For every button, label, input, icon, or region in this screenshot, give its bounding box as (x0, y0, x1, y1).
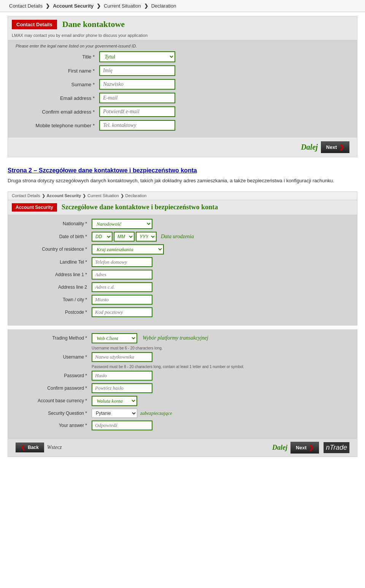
landline-label: Landline Tel * (16, 259, 92, 265)
currency-select[interactable]: Waluta konta (92, 396, 137, 406)
country-select[interactable]: Kraj zamieszkania (92, 244, 164, 254)
dob-dd-select[interactable]: DD (92, 232, 113, 242)
password-input[interactable] (92, 371, 152, 381)
country-row: Country of residence * Kraj zamieszkania (16, 244, 349, 254)
dob-inline-label: Data urodzenia (161, 234, 194, 240)
breadcrumb-arrow-2: ❯ (97, 3, 101, 9)
password-note: Password must be 8 - 20 characters long,… (16, 365, 349, 369)
title-label: Title * (16, 54, 99, 60)
town-row: Town / city * (16, 295, 349, 305)
sub-breadcrumb: Contact Details ❯ Account Security ❯ Cur… (8, 191, 357, 200)
address2-input[interactable] (92, 282, 152, 292)
firstname-label: First name * (16, 68, 99, 74)
section1-note: Please enter the legal name listed on yo… (16, 44, 349, 48)
currency-label: Account base currency * (16, 398, 92, 403)
logo: ​nTrade (324, 442, 349, 453)
section1-dalej: Dalej (301, 143, 317, 152)
security-question-label: Security Question * (16, 411, 92, 416)
breadcrumb-arrow-3: ❯ (144, 3, 148, 9)
confirm-password-input[interactable] (92, 383, 152, 393)
security-question-select[interactable]: Pytanie (92, 409, 137, 418)
title-select[interactable]: Tytuł Mr Mrs Ms (99, 51, 175, 62)
surname-input[interactable] (99, 79, 175, 90)
section2-account-security: Contact Details ❯ Account Security ❯ Cur… (8, 191, 357, 457)
username-row: Username * (16, 352, 349, 362)
section2-trading-form: Trading Method * Web Client Wybór platfo… (8, 329, 357, 439)
trading-method-label: Trading Method * (16, 335, 92, 341)
address1-input[interactable] (92, 270, 152, 280)
section1-subtitle: LMAX may contact you by email and/or pho… (8, 32, 357, 40)
sub-bc-contact[interactable]: Contact Details (12, 193, 40, 198)
breadcrumb-arrow-1: ❯ (46, 3, 50, 9)
confirm-email-row: Confirm email address * (16, 106, 349, 117)
sub-bc-account-security: Account Security (47, 193, 81, 198)
section1-contact-details: Contact Details Dane kontaktowe LMAX may… (8, 16, 357, 157)
bottom-next-button[interactable]: Next ❯ (290, 442, 319, 454)
bottom-dalej: Dalej (272, 444, 287, 452)
email-label: Email address * (16, 95, 99, 101)
postcode-input[interactable] (92, 307, 152, 317)
address1-row: Address line 1 * (16, 270, 349, 280)
address2-label: Address line 2 (16, 285, 92, 290)
sub-bc-declaration[interactable]: Declaration (125, 193, 147, 198)
postcode-label: Postcode * (16, 310, 92, 315)
trading-method-select[interactable]: Web Client (92, 333, 137, 343)
breadcrumb: Contact Details ❯ Account Security ❯ Cur… (0, 0, 365, 12)
username-label: Username * (16, 354, 92, 360)
landline-input[interactable] (92, 257, 152, 267)
postcode-row: Postcode * (16, 307, 349, 317)
section2-title: Szczegółowe dane kontaktowe i bezpieczeń… (62, 203, 218, 211)
divider-section: Strona 2 – Szczegółowe dane kontaktowe i… (0, 161, 365, 188)
town-input[interactable] (92, 295, 152, 305)
town-label: Town / city * (16, 297, 92, 302)
breadcrumb-current-situation[interactable]: Current Situation (104, 3, 141, 9)
surname-label: Surname * (16, 82, 99, 87)
confirm-email-input[interactable] (99, 106, 175, 117)
dob-row: Date of birth * DD MM YYYY Data urodzeni… (16, 232, 349, 242)
dob-mm-select[interactable]: MM (114, 232, 135, 242)
back-button[interactable]: ❮ Back (16, 443, 44, 452)
firstname-row: First name * (16, 65, 349, 76)
section2-header: Account Security Szczegółowe dane kontak… (8, 200, 357, 215)
mobile-row: Mobile telephone number * (16, 120, 349, 131)
confirm-email-label: Confirm email address * (16, 109, 99, 115)
title-row: Title * Tytuł Mr Mrs Ms (16, 51, 349, 62)
security-question-row: Security Question * Pytanie zabezpieczaj… (16, 409, 349, 418)
username-input[interactable] (92, 352, 152, 362)
confirm-password-row: Confirm password * (16, 383, 349, 393)
nationality-select[interactable]: Narodowość (92, 219, 152, 229)
mobile-input[interactable] (99, 120, 175, 131)
breadcrumb-declaration[interactable]: Declaration (151, 3, 176, 9)
section1-header: Contact Details Dane kontaktowe (8, 16, 357, 32)
confirm-password-label: Confirm password * (16, 386, 92, 391)
breadcrumb-contact[interactable]: Contact Details (9, 3, 43, 9)
sub-bc-arrow1: ❯ (42, 193, 45, 198)
nationality-label: Nationality * (16, 221, 92, 226)
country-label: Country of residence * (16, 247, 92, 252)
sub-bc-current[interactable]: Current Situation (87, 193, 119, 198)
section1-next-button[interactable]: Next ❯ (321, 141, 349, 153)
nationality-row: Nationality * Narodowość (16, 219, 349, 229)
section2-contact-form: Nationality * Narodowość Date of birth *… (8, 215, 357, 326)
section2-badge: Account Security (12, 203, 57, 212)
username-note: Username must be 6 - 20 characters long. (16, 346, 349, 350)
section2-description: Druga strona dotyczy szczegółowych danyc… (8, 177, 357, 185)
breadcrumb-account-security: Account Security (53, 3, 94, 9)
dob-yyyy-select[interactable]: YYYY (136, 232, 157, 242)
next-arrow-icon: ❯ (339, 144, 344, 151)
section1-badge: Contact Details (12, 20, 57, 29)
email-input[interactable] (99, 93, 175, 103)
password-label: Password * (16, 373, 92, 378)
bottom-nav: ❮ Back Wstecz Dalej Next ❯ ​nTrade (8, 439, 357, 457)
address1-label: Address line 1 * (16, 272, 92, 277)
landline-row: Landline Tel * (16, 257, 349, 267)
mobile-label: Mobile telephone number * (16, 123, 99, 128)
answer-input[interactable] (92, 420, 152, 430)
currency-row: Account base currency * Waluta konta (16, 396, 349, 406)
answer-label: Your answer * (16, 423, 92, 428)
section2-link-heading[interactable]: Strona 2 – Szczegółowe dane kontaktowe i… (8, 167, 357, 174)
sub-bc-arrow2: ❯ (83, 193, 86, 198)
firstname-input[interactable] (99, 65, 175, 76)
email-row: Email address * (16, 93, 349, 103)
section1-form: Please enter the legal name listed on yo… (8, 40, 357, 138)
